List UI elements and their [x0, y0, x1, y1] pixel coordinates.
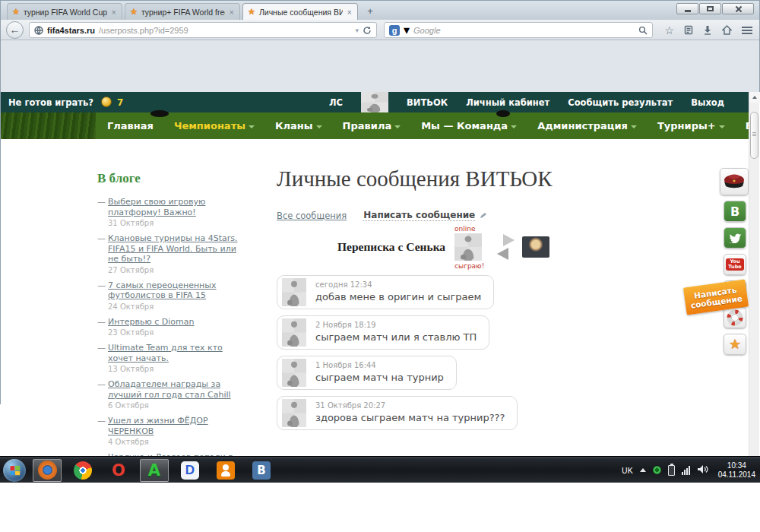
window-controls: [676, 3, 754, 14]
blog-link[interactable]: Обладателем награды за лучший гол года с…: [108, 379, 242, 400]
message-date: 2 Ноября 18:19: [315, 321, 477, 329]
chevron-down-icon: [631, 125, 637, 128]
taskbar-chrome[interactable]: [68, 459, 97, 482]
admin-cap-icon[interactable]: [720, 168, 749, 195]
message-bubble: 1 Ноября 16:44 сыграем матч на турнир: [277, 356, 457, 390]
taskbar-app-a[interactable]: A: [140, 459, 169, 482]
url-bar[interactable]: fifa4stars.ru/userposts.php?id=2959 ▾: [29, 22, 377, 38]
chevron-down-icon: [249, 125, 255, 128]
tray-app-icon[interactable]: [653, 466, 661, 474]
nav-item-3[interactable]: Правила: [343, 120, 401, 131]
site-favicon-icon: ★: [12, 8, 20, 16]
favorite-star-icon[interactable]: ★: [724, 334, 746, 355]
new-tab-button[interactable]: +: [360, 5, 380, 19]
green-a-icon: A: [148, 461, 160, 480]
bookmark-star-icon[interactable]: ☆: [664, 24, 674, 36]
bookmarks-menu-icon[interactable]: [684, 25, 693, 35]
tab-close-icon[interactable]: ×: [347, 8, 353, 17]
url-path: /userposts.php?id=2959: [99, 26, 351, 35]
report-result-link[interactable]: Сообщить результат: [568, 97, 673, 108]
taskbar-opera[interactable]: O: [104, 459, 133, 482]
twitter-icon[interactable]: [724, 227, 746, 249]
taskbar-firefox[interactable]: [33, 459, 62, 482]
nav-item-5[interactable]: Администрация: [537, 120, 637, 131]
ready-status-label[interactable]: Не готов играть?: [8, 97, 93, 108]
back-button[interactable]: ←: [6, 21, 24, 39]
private-messages-link[interactable]: ЛС: [329, 97, 343, 108]
opponent-avatar[interactable]: [454, 233, 482, 261]
scroll-up-icon[interactable]: [749, 92, 760, 103]
site-favicon-icon: ★: [130, 8, 138, 16]
browser-tab[interactable]: ★ турнир+ FIFA World free C... ×: [125, 3, 240, 20]
toolbar-icons: ☆: [664, 22, 752, 38]
blog-link[interactable]: Ultimate Team для тех кто хочет начать.: [108, 343, 242, 363]
volume-icon[interactable]: [697, 464, 708, 477]
language-indicator[interactable]: UK: [622, 466, 633, 475]
message-date: 31 Октября 20:27: [315, 401, 505, 410]
own-avatar-photo[interactable]: [522, 236, 549, 258]
user-avatar[interactable]: [361, 92, 388, 112]
blog-title: В блоге: [97, 171, 242, 186]
tab-close-icon[interactable]: ×: [229, 8, 235, 17]
search-bar[interactable]: g ▾ Google: [384, 22, 653, 38]
browser-toolbar: ← fifa4stars.ru/userposts.php?id=2959 ▾ …: [1, 20, 759, 40]
maximize-button[interactable]: [699, 3, 721, 14]
blog-link[interactable]: 7 самых переоцененных футболистов в FIFA…: [108, 280, 242, 301]
reload-icon[interactable]: [363, 26, 372, 35]
messages-main: Личные сообщения ВИТЬОК Все сообщения На…: [277, 166, 550, 436]
scrollbar-thumb[interactable]: [750, 112, 758, 159]
all-messages-link[interactable]: Все сообщения: [277, 211, 347, 221]
tab-close-icon[interactable]: ×: [111, 8, 117, 17]
start-button[interactable]: [3, 459, 26, 482]
nav-item-6[interactable]: Турниры+: [657, 120, 725, 131]
nav-item-4[interactable]: Мы — Команда: [421, 120, 517, 131]
downloads-icon[interactable]: [703, 25, 712, 35]
page-viewport: Не готов играть? 7 ЛС ВИТЬОК Личный каби…: [1, 92, 760, 457]
nav-item-1[interactable]: Чемпионаты: [174, 120, 255, 131]
url-dropdown-icon[interactable]: ▾: [355, 27, 359, 34]
list-dash: —: [97, 317, 106, 327]
nav-item-0[interactable]: Главная: [107, 120, 154, 131]
blog-link[interactable]: Выбери свою игровую платформу! Важно!: [108, 197, 242, 217]
windows-logo-icon: [10, 465, 20, 475]
blog-link[interactable]: Интервью с Dioman: [108, 317, 242, 328]
close-icon: [735, 5, 742, 12]
message-bubble: 2 Ноября 18:19 сыграем матч или я ставлю…: [277, 315, 489, 350]
taskbar-odnoklassniki[interactable]: [211, 459, 240, 482]
sender-avatar: [282, 399, 306, 427]
logout-link[interactable]: Выход: [691, 97, 724, 108]
minimize-button[interactable]: [676, 3, 698, 14]
page-scrollbar[interactable]: [749, 92, 759, 457]
cabinet-link[interactable]: Личный кабинет: [466, 97, 549, 108]
clock[interactable]: 10:3404.11.2014: [718, 461, 755, 480]
blog-link[interactable]: Ушел из жизни ФЁДОР ЧЕРЕНКОВ: [108, 416, 242, 436]
username-link[interactable]: ВИТЬОК: [407, 97, 448, 108]
tray-expand-icon[interactable]: [640, 468, 646, 472]
youtube-icon[interactable]: YouTube: [724, 254, 746, 275]
logo-shadow: [150, 110, 169, 117]
system-tray: UK 10:3404.11.2014: [622, 457, 755, 483]
vk-icon[interactable]: В: [724, 201, 746, 222]
exchange-arrows-icon: [497, 234, 515, 260]
search-engine-dropdown-icon[interactable]: ▾: [404, 23, 410, 37]
home-icon[interactable]: [722, 25, 732, 35]
network-signal-icon[interactable]: [682, 466, 690, 475]
blog-link[interactable]: Клановые турниры на 4Stars. FIFA15 и FIF…: [108, 233, 242, 264]
site-favicon-icon: ★: [248, 8, 255, 16]
battery-icon[interactable]: [668, 465, 675, 476]
lifebuoy-icon[interactable]: [724, 307, 746, 328]
browser-tab[interactable]: ★ турнир FIFA World Cup-45... ×: [7, 3, 122, 20]
search-engine-icon[interactable]: g: [389, 25, 400, 36]
write-message-link[interactable]: Написать сообщение: [363, 210, 475, 221]
blog-item: — Обладателем награды за лучший гол года…: [97, 379, 242, 410]
browser-tab[interactable]: ★ Личные сообщения ВИТ... ×: [242, 3, 358, 20]
message-text: сыграем матч на турнир: [315, 372, 444, 383]
menu-icon[interactable]: [742, 25, 752, 36]
taskbar: O A D B UK 10:3404.11.2014: [0, 456, 760, 483]
nav-item-2[interactable]: Кланы: [275, 120, 322, 131]
taskbar-app-d[interactable]: D: [176, 459, 204, 482]
taskbar-vk[interactable]: B: [247, 459, 276, 482]
close-button[interactable]: [722, 3, 754, 14]
compose-icon: [480, 212, 486, 219]
search-icon[interactable]: [638, 26, 648, 35]
